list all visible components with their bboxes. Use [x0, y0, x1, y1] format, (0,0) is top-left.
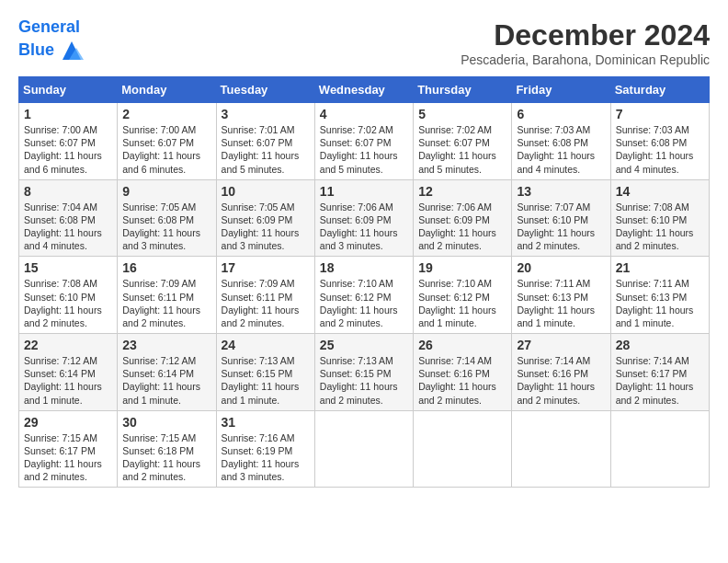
day-detail: Sunrise: 7:16 AMSunset: 6:19 PMDaylight:… — [222, 431, 310, 484]
day-detail: Sunrise: 7:02 AMSunset: 6:07 PMDaylight:… — [320, 123, 408, 176]
day-number: 13 — [517, 184, 605, 199]
calendar-cell: 29Sunrise: 7:15 AMSunset: 6:17 PMDayligh… — [19, 410, 118, 488]
calendar-cell: 23Sunrise: 7:12 AMSunset: 6:14 PMDayligh… — [118, 334, 216, 411]
calendar-cell: 22Sunrise: 7:12 AMSunset: 6:14 PMDayligh… — [19, 334, 118, 411]
header-saturday: Saturday — [610, 77, 709, 103]
day-detail: Sunrise: 7:11 AMSunset: 6:13 PMDaylight:… — [616, 277, 704, 329]
calendar-cell: 2Sunrise: 7:00 AMSunset: 6:07 PMDaylight… — [118, 103, 216, 180]
calendar-cell: 8Sunrise: 7:04 AMSunset: 6:08 PMDaylight… — [19, 179, 118, 257]
day-number: 15 — [24, 260, 112, 275]
calendar-cell: 26Sunrise: 7:14 AMSunset: 6:16 PMDayligh… — [414, 334, 512, 411]
calendar-cell: 25Sunrise: 7:13 AMSunset: 6:15 PMDayligh… — [314, 334, 413, 411]
header-friday: Friday — [512, 77, 610, 103]
day-detail: Sunrise: 7:10 AMSunset: 6:12 PMDaylight:… — [418, 277, 506, 329]
calendar-header-row: SundayMondayTuesdayWednesdayThursdayFrid… — [19, 77, 710, 103]
day-detail: Sunrise: 7:11 AMSunset: 6:13 PMDaylight:… — [517, 277, 605, 329]
calendar-cell: 10Sunrise: 7:05 AMSunset: 6:09 PMDayligh… — [216, 179, 314, 257]
calendar-cell — [314, 410, 413, 488]
calendar-cell — [414, 410, 512, 488]
day-detail: Sunrise: 7:14 AMSunset: 6:17 PMDaylight:… — [616, 354, 704, 407]
day-detail: Sunrise: 7:06 AMSunset: 6:09 PMDaylight:… — [320, 201, 408, 253]
calendar-cell: 7Sunrise: 7:03 AMSunset: 6:08 PMDaylight… — [610, 103, 709, 180]
header-tuesday: Tuesday — [216, 77, 314, 103]
calendar-cell: 14Sunrise: 7:08 AMSunset: 6:10 PMDayligh… — [610, 179, 709, 257]
day-detail: Sunrise: 7:07 AMSunset: 6:10 PMDaylight:… — [517, 201, 605, 253]
day-number: 12 — [418, 184, 506, 199]
logo: General Blue — [18, 18, 85, 64]
calendar-cell: 28Sunrise: 7:14 AMSunset: 6:17 PMDayligh… — [610, 334, 709, 411]
day-number: 11 — [320, 184, 408, 199]
location-subtitle: Pescaderia, Barahona, Dominican Republic — [461, 52, 710, 67]
day-number: 22 — [24, 338, 112, 352]
calendar-cell: 15Sunrise: 7:08 AMSunset: 6:10 PMDayligh… — [19, 257, 118, 334]
day-detail: Sunrise: 7:12 AMSunset: 6:14 PMDaylight:… — [24, 354, 112, 407]
day-detail: Sunrise: 7:08 AMSunset: 6:10 PMDaylight:… — [616, 201, 704, 253]
day-number: 3 — [222, 107, 310, 121]
day-number: 18 — [320, 260, 408, 275]
day-detail: Sunrise: 7:15 AMSunset: 6:18 PMDaylight:… — [122, 431, 210, 484]
calendar-cell: 21Sunrise: 7:11 AMSunset: 6:13 PMDayligh… — [610, 257, 709, 334]
day-number: 2 — [122, 107, 210, 121]
day-detail: Sunrise: 7:08 AMSunset: 6:10 PMDaylight:… — [24, 277, 112, 329]
day-detail: Sunrise: 7:13 AMSunset: 6:15 PMDaylight:… — [222, 354, 310, 407]
day-detail: Sunrise: 7:03 AMSunset: 6:08 PMDaylight:… — [517, 123, 605, 176]
day-number: 31 — [222, 415, 310, 430]
day-detail: Sunrise: 7:05 AMSunset: 6:09 PMDaylight:… — [222, 201, 310, 253]
day-detail: Sunrise: 7:09 AMSunset: 6:11 PMDaylight:… — [222, 277, 310, 329]
month-title: December 2024 — [461, 18, 710, 52]
day-number: 8 — [24, 184, 112, 199]
day-number: 7 — [616, 107, 704, 121]
day-detail: Sunrise: 7:09 AMSunset: 6:11 PMDaylight:… — [122, 277, 210, 329]
day-number: 28 — [616, 338, 704, 352]
day-detail: Sunrise: 7:14 AMSunset: 6:16 PMDaylight:… — [517, 354, 605, 407]
calendar-cell: 12Sunrise: 7:06 AMSunset: 6:09 PMDayligh… — [414, 179, 512, 257]
calendar-cell: 9Sunrise: 7:05 AMSunset: 6:08 PMDaylight… — [118, 179, 216, 257]
title-area: December 2024 Pescaderia, Barahona, Domi… — [461, 18, 710, 67]
calendar-cell: 18Sunrise: 7:10 AMSunset: 6:12 PMDayligh… — [314, 257, 413, 334]
day-number: 5 — [418, 107, 506, 121]
day-detail: Sunrise: 7:02 AMSunset: 6:07 PMDaylight:… — [418, 123, 506, 176]
calendar-cell: 1Sunrise: 7:00 AMSunset: 6:07 PMDaylight… — [19, 103, 118, 180]
calendar-cell: 24Sunrise: 7:13 AMSunset: 6:15 PMDayligh… — [216, 334, 314, 411]
day-detail: Sunrise: 7:10 AMSunset: 6:12 PMDaylight:… — [320, 277, 408, 329]
header-thursday: Thursday — [414, 77, 512, 103]
day-number: 20 — [517, 260, 605, 275]
calendar-cell — [512, 410, 610, 488]
logo-icon — [58, 37, 85, 64]
day-number: 24 — [222, 338, 310, 352]
day-number: 30 — [122, 415, 210, 430]
logo-text: General — [18, 18, 85, 37]
day-detail: Sunrise: 7:00 AMSunset: 6:07 PMDaylight:… — [24, 123, 112, 176]
calendar-cell: 20Sunrise: 7:11 AMSunset: 6:13 PMDayligh… — [512, 257, 610, 334]
calendar-table: SundayMondayTuesdayWednesdayThursdayFrid… — [18, 76, 710, 488]
calendar-cell: 11Sunrise: 7:06 AMSunset: 6:09 PMDayligh… — [314, 179, 413, 257]
calendar-cell: 5Sunrise: 7:02 AMSunset: 6:07 PMDaylight… — [414, 103, 512, 180]
day-detail: Sunrise: 7:03 AMSunset: 6:08 PMDaylight:… — [616, 123, 704, 176]
logo-text2: Blue — [18, 37, 85, 64]
header-wednesday: Wednesday — [314, 77, 413, 103]
day-number: 26 — [418, 338, 506, 352]
day-number: 16 — [122, 260, 210, 275]
day-detail: Sunrise: 7:04 AMSunset: 6:08 PMDaylight:… — [24, 201, 112, 253]
day-number: 21 — [616, 260, 704, 275]
day-detail: Sunrise: 7:06 AMSunset: 6:09 PMDaylight:… — [418, 201, 506, 253]
calendar-cell: 19Sunrise: 7:10 AMSunset: 6:12 PMDayligh… — [414, 257, 512, 334]
day-number: 1 — [24, 107, 112, 121]
day-detail: Sunrise: 7:01 AMSunset: 6:07 PMDaylight:… — [222, 123, 310, 176]
day-number: 4 — [320, 107, 408, 121]
calendar-cell: 3Sunrise: 7:01 AMSunset: 6:07 PMDaylight… — [216, 103, 314, 180]
day-number: 17 — [222, 260, 310, 275]
calendar-cell: 4Sunrise: 7:02 AMSunset: 6:07 PMDaylight… — [314, 103, 413, 180]
day-detail: Sunrise: 7:15 AMSunset: 6:17 PMDaylight:… — [24, 431, 112, 484]
day-detail: Sunrise: 7:00 AMSunset: 6:07 PMDaylight:… — [122, 123, 210, 176]
calendar-cell: 6Sunrise: 7:03 AMSunset: 6:08 PMDaylight… — [512, 103, 610, 180]
day-number: 14 — [616, 184, 704, 199]
page-header: General Blue December 2024 Pescaderia, B… — [18, 18, 710, 67]
calendar-cell: 27Sunrise: 7:14 AMSunset: 6:16 PMDayligh… — [512, 334, 610, 411]
calendar-cell: 17Sunrise: 7:09 AMSunset: 6:11 PMDayligh… — [216, 257, 314, 334]
header-monday: Monday — [118, 77, 216, 103]
day-number: 9 — [122, 184, 210, 199]
calendar-cell — [610, 410, 709, 488]
day-number: 19 — [418, 260, 506, 275]
day-detail: Sunrise: 7:05 AMSunset: 6:08 PMDaylight:… — [122, 201, 210, 253]
